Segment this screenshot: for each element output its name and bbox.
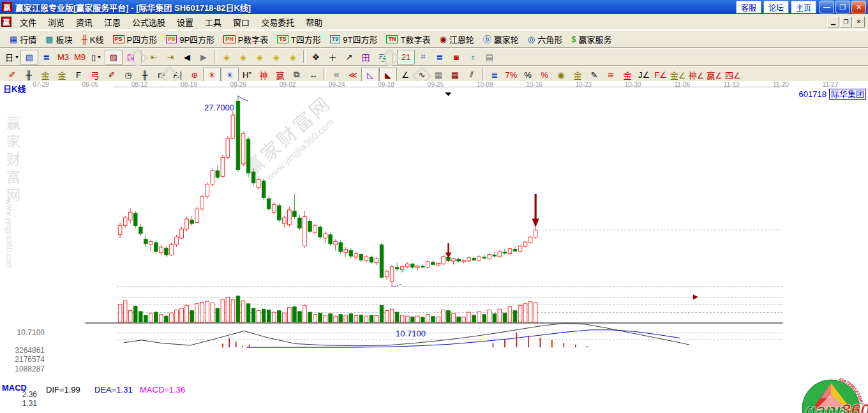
close-button[interactable]: ✕ — [851, 1, 866, 13]
tool-scale-bars[interactable]: ≣ — [486, 68, 503, 82]
tool-seal-tool[interactable]: 田 — [357, 50, 374, 64]
kline-chart-canvas[interactable] — [0, 81, 868, 413]
tool-first-page[interactable]: ⇤ — [146, 50, 162, 64]
tool-segment-tool[interactable]: ↗ — [341, 50, 357, 64]
tool-shen-ruler[interactable]: 神 — [255, 68, 272, 82]
toolbar-gann-wheel[interactable]: ◉江恩轮 — [435, 33, 478, 46]
tool-calendar-21[interactable]: 21 — [397, 50, 415, 64]
tool-tick-ruler-1[interactable]: ╫ — [20, 68, 37, 82]
tool-notes[interactable]: ≣ — [431, 50, 448, 64]
menu-item-2[interactable]: 资讯 — [70, 15, 98, 29]
toolbar-quotes[interactable]: ▦行情 — [5, 33, 41, 46]
tool-diamond-right[interactable]: ◈ — [285, 50, 301, 64]
tool-wave-9[interactable]: M9 — [71, 50, 88, 64]
menu-item-8[interactable]: 交易委托 — [255, 15, 300, 29]
tool-wave-gold[interactable]: ≋ — [602, 68, 619, 82]
tool-percent[interactable]: % — [520, 68, 536, 82]
tool-next[interactable]: ▶ — [195, 50, 212, 64]
tool-diamond-left[interactable]: ◈ — [218, 50, 235, 64]
period-day-dropdown[interactable]: ▼ — [15, 55, 19, 59]
tool-gold-lines[interactable]: 金 — [569, 68, 586, 82]
tool-fan-purple[interactable]: ◺ — [361, 68, 379, 82]
tool-h-marks[interactable]: Н" — [239, 68, 255, 82]
kline-chart-area[interactable]: 赢家财富网 www.yingjia360.com 赢家财富网 www.yingj… — [0, 81, 868, 413]
tool-angle-ying[interactable]: 赢∠ — [705, 68, 724, 82]
tool-save[interactable]: ◙ — [448, 50, 465, 64]
tool-period-day[interactable]: 日▼ — [4, 50, 20, 64]
tool-zoom-region[interactable]: ▧ — [20, 50, 38, 64]
tool-ruler-123[interactable]: ⧉ — [288, 68, 305, 82]
restore-button[interactable]: ❐ — [835, 1, 850, 13]
tool-hand-tool[interactable]: ✥ — [308, 50, 324, 64]
menu-item-6[interactable]: 工具 — [199, 15, 227, 29]
tool-gold-mark[interactable]: 金 — [619, 68, 636, 82]
menu-item-4[interactable]: 公式选股 — [126, 15, 171, 29]
minimize-button[interactable]: — — [819, 1, 834, 13]
menu-item-5[interactable]: 设置 — [171, 15, 199, 29]
toolbar-sectors[interactable]: ▩板块 — [41, 33, 77, 46]
toolbar-winner-wheel[interactable]: ⓑ赢家轮 — [479, 33, 523, 46]
mdi-minimize-button[interactable]: ▁ — [827, 17, 839, 27]
menu-item-9[interactable]: 帮助 — [300, 15, 328, 29]
tool-candle-style[interactable]: ▯▼ — [88, 50, 105, 64]
tool-parallel-lines[interactable]: ⫽ — [463, 68, 480, 82]
tool-gann-grid-1[interactable]: ▦ — [430, 68, 447, 82]
tool-crosshair-tool[interactable]: ＋ — [324, 50, 341, 64]
toolbar-winner-service[interactable]: $赢家服务 — [567, 33, 616, 46]
mdi-restore-button[interactable]: ❐ — [840, 17, 852, 27]
tool-percent-7[interactable]: 7% — [503, 68, 520, 82]
toolbar-p-number-table[interactable]: PNP数字表 — [219, 33, 273, 46]
menu-item-7[interactable]: 窗口 — [227, 15, 255, 29]
toolbar-t-square[interactable]: TST四方形 — [273, 33, 325, 46]
menu-item-0[interactable]: 文件 — [14, 15, 42, 29]
tool-starburst-red[interactable]: ✳ — [203, 68, 221, 82]
tool-width-measure[interactable]: ↔ — [305, 68, 322, 82]
toolbar-kline[interactable]: ╫K线 — [77, 33, 108, 46]
tool-angle-lines[interactable]: ∠ — [397, 68, 414, 82]
tool-gold-ladder-1[interactable]: 金 — [37, 68, 54, 82]
candle-style-dropdown[interactable]: ▼ — [97, 55, 101, 59]
tool-gann-fan[interactable]: ≪ — [345, 68, 361, 82]
tool-fan-dark[interactable]: ◣ — [379, 68, 397, 82]
tool-angle-gold[interactable]: 金∠ — [669, 68, 687, 82]
menu-item-1[interactable]: 浏览 — [42, 15, 70, 29]
tool-time-clock[interactable]: ◷ — [120, 68, 137, 82]
homepage-button[interactable]: 主页 — [791, 1, 816, 13]
tool-fib-ladder[interactable]: F — [70, 68, 87, 82]
toolbar-9t-square[interactable]: T99T四方形 — [326, 33, 382, 46]
tool-starburst-blue[interactable]: ✳ — [221, 68, 239, 82]
toolbar-9p-square[interactable]: P99P四方形 — [161, 33, 219, 46]
toolbar-hexagon[interactable]: ◎六角形 — [523, 33, 567, 46]
tool-spring-cycle[interactable]: 弓 — [87, 68, 103, 82]
tool-tick-ruler-2[interactable]: ╫ — [137, 68, 153, 82]
tool-angle-si[interactable]: 四∠ — [724, 68, 742, 82]
tool-ying-ruler[interactable]: 赢 — [272, 68, 288, 82]
tool-last-page[interactable]: ⇥ — [162, 50, 179, 64]
customer-service-button[interactable]: 客服 — [736, 1, 761, 13]
tool-pattern-red[interactable]: ▨ — [105, 50, 123, 64]
tool-percent-line[interactable]: % — [536, 68, 553, 82]
tool-gold-ladder-2[interactable]: 金 — [54, 68, 70, 82]
menu-item-3[interactable]: 江恩 — [98, 15, 126, 29]
tool-prev[interactable]: ◀ — [179, 50, 195, 64]
tool-angle-shen[interactable]: 神∠ — [687, 68, 706, 82]
tool-gann-circle[interactable]: ⊕ — [186, 68, 203, 82]
toolbar-p-square[interactable]: PSP四方形 — [108, 33, 162, 46]
tool-gann-grid-2[interactable]: ▦ — [447, 68, 463, 82]
tool-printer[interactable]: ▤ — [481, 50, 498, 64]
tool-brush-2[interactable]: ✐ — [103, 68, 120, 82]
tool-box-tool[interactable]: ⧈ — [328, 68, 345, 82]
tool-calculator[interactable]: ⌗ — [415, 50, 431, 64]
tool-angle-j[interactable]: J∠ — [636, 68, 652, 82]
tool-diamond-center[interactable]: ◈ — [251, 50, 268, 64]
tool-diamond-shrink[interactable]: ◈ — [235, 50, 251, 64]
tool-wave-3[interactable]: M3 — [55, 50, 71, 64]
tool-pen-ruler[interactable]: ✎ — [586, 68, 602, 82]
forum-button[interactable]: 论坛 — [763, 1, 789, 13]
tool-diamond-grow[interactable]: ◈ — [268, 50, 285, 64]
tool-gold-circle[interactable]: ◉ — [553, 68, 569, 82]
tool-angle-f[interactable]: F∠ — [652, 68, 669, 82]
toolbar-t-number-table[interactable]: TNT数字表 — [382, 33, 435, 46]
tool-quote-list[interactable]: ≣ — [38, 50, 55, 64]
mdi-close-button[interactable]: ✕ — [853, 17, 865, 27]
